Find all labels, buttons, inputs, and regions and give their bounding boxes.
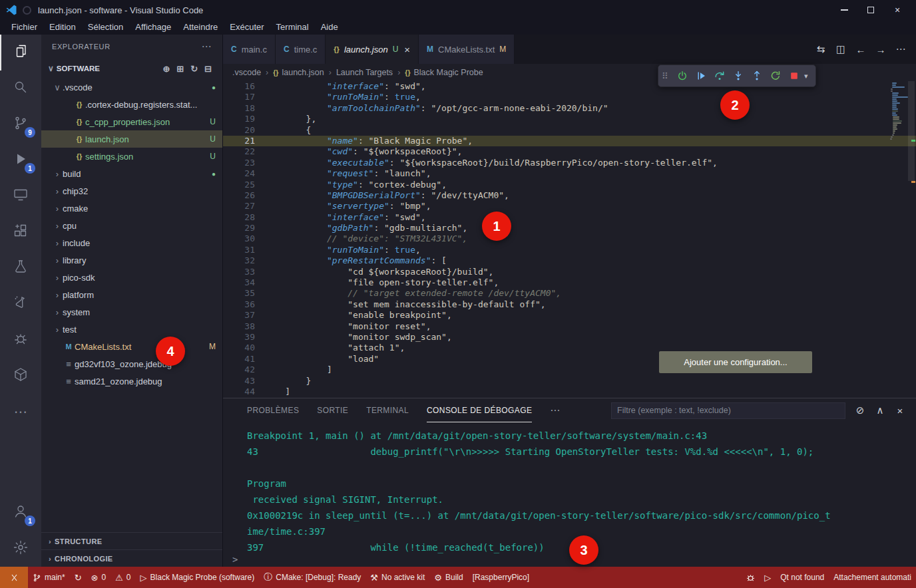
tree-item--vscode[interactable]: ∨.vscode● xyxy=(41,78,222,96)
section-timeline[interactable]: › CHRONOLOGIE xyxy=(41,549,222,567)
code-line-27[interactable]: 27 "servertype": "bmp", xyxy=(223,201,916,212)
panel-tab-console-de-d-bogage[interactable]: CONSOLE DE DÉBOGAGE xyxy=(427,398,532,422)
step-into-button[interactable] xyxy=(730,67,747,84)
tree-item-pico-sdk[interactable]: ›pico-sdk xyxy=(41,269,222,286)
code-line-28[interactable]: 28 "interface": "swd", xyxy=(223,212,916,223)
code-line-34[interactable]: 34 "file open-story-teller.elf", xyxy=(223,277,916,288)
menu-affichage[interactable]: Affichage xyxy=(129,20,177,35)
code-line-33[interactable]: 33 "cd ${workspaceRoot}/build", xyxy=(223,267,916,277)
status-debug-target[interactable]: ▷Black Magic Probe (software) xyxy=(136,567,260,588)
menu-exécuter[interactable]: Exécuter xyxy=(224,20,270,35)
minimap[interactable] xyxy=(889,82,907,140)
tree-item-build[interactable]: ›build● xyxy=(41,165,222,182)
code-line-22[interactable]: 22 "cwd": "${workspaceRoot}", xyxy=(223,146,916,157)
continue-button[interactable] xyxy=(692,67,710,84)
status-errors[interactable]: ⊗0 xyxy=(87,567,111,588)
workspace-section-header[interactable]: ∨ SOFTWARE ⊕ ⊞ ↻ ⊟ xyxy=(41,59,222,78)
tab-launch-json[interactable]: {}launch.jsonU× xyxy=(326,35,419,64)
code-line-17[interactable]: 17 "runToMain": true, xyxy=(223,92,916,102)
menu-terminal[interactable]: Terminal xyxy=(270,20,315,35)
new-file-icon[interactable]: ⊕ xyxy=(162,64,170,74)
explorer-more-icon[interactable]: ⋯ xyxy=(201,41,212,53)
panel-tab-probl-mes[interactable]: PROBLÈMES xyxy=(247,398,299,422)
menu-atteindre[interactable]: Atteindre xyxy=(177,20,224,35)
code-line-31[interactable]: 31 "runToMain": true, xyxy=(223,245,916,255)
activity-accounts[interactable]: 1 xyxy=(0,495,41,531)
menu-aide[interactable]: Aide xyxy=(315,20,344,35)
more-actions-icon[interactable]: ⋯ xyxy=(892,41,909,58)
status-auto-attach[interactable]: Attachement automati xyxy=(829,567,916,588)
close-panel-icon[interactable]: × xyxy=(892,402,908,418)
code-line-24[interactable]: 24 "request": "launch", xyxy=(223,168,916,179)
activity-more[interactable]: ⋯ xyxy=(0,394,41,430)
debug-console-filter-input[interactable] xyxy=(611,402,845,419)
code-line-38[interactable]: 38 "monitor reset", xyxy=(223,321,916,332)
activity-source-control[interactable]: 9 xyxy=(0,106,41,142)
close-button[interactable]: × xyxy=(884,0,911,20)
code-line-29[interactable]: 29 "gdbPath": "gdb-multiarch", xyxy=(223,223,916,233)
code-line-36[interactable]: 36 "set mem inaccessible-by-default off"… xyxy=(223,299,916,310)
menu-fichier[interactable]: Fichier xyxy=(5,20,43,35)
tree-item-gd32vf103-ozone-jdebug[interactable]: ≡gd32vf103_ozone.jdebug xyxy=(41,355,222,372)
activity-settings[interactable] xyxy=(0,531,41,567)
tab-main-c[interactable]: Cmain.c xyxy=(223,35,276,64)
tree-item-platform[interactable]: ›platform xyxy=(41,286,222,303)
tree-item-launch-json[interactable]: {}launch.jsonU xyxy=(41,130,222,148)
status-kit[interactable]: ⚒No active kit xyxy=(365,567,429,588)
activity-run-and-debug[interactable]: 1 xyxy=(0,142,41,178)
tree-item-system[interactable]: ›system xyxy=(41,303,222,321)
power-button[interactable] xyxy=(674,67,691,84)
status-variant[interactable]: [RaspberryPico] xyxy=(468,567,534,588)
tree-item-chip32[interactable]: ›chip32 xyxy=(41,182,222,200)
status-qt[interactable]: Qt not found xyxy=(776,567,829,588)
menu-edition[interactable]: Edition xyxy=(43,20,82,35)
tree-item-c-cpp-properties-json[interactable]: {}c_cpp_properties.jsonU xyxy=(41,113,222,130)
drag-grip-icon[interactable]: ⠿ xyxy=(662,71,672,81)
clear-console-icon[interactable]: ⊘ xyxy=(852,402,868,418)
new-folder-icon[interactable]: ⊞ xyxy=(176,64,184,74)
code-line-35[interactable]: 35 // "target extended-remote /dev/ttyAC… xyxy=(223,288,916,299)
activity-search[interactable] xyxy=(0,71,41,106)
status-git-branch[interactable]: main* xyxy=(28,567,70,588)
code-line-43[interactable]: 43 } xyxy=(223,376,916,386)
navigate-back-icon[interactable]: ← xyxy=(852,41,869,58)
panel-tab-terminal[interactable]: TERMINAL xyxy=(366,398,409,422)
refresh-icon[interactable]: ↻ xyxy=(190,64,198,74)
panel-tab-sortie[interactable]: SORTIE xyxy=(317,398,348,422)
code-line-18[interactable]: 18 "armToolchainPath": "/opt/gcc-arm-non… xyxy=(223,103,916,114)
open-changes-icon[interactable]: ⇆ xyxy=(812,41,829,58)
add-configuration-button[interactable]: Ajouter une configuration... xyxy=(659,351,812,373)
step-out-button[interactable] xyxy=(748,67,766,84)
code-line-19[interactable]: 19 }, xyxy=(223,114,916,124)
close-tab-icon[interactable]: × xyxy=(404,44,410,55)
status-debug-bug[interactable] xyxy=(742,567,760,588)
tree-item-cpu[interactable]: ›cpu xyxy=(41,217,222,234)
status-build[interactable]: ⚙Build xyxy=(429,567,467,588)
code-line-20[interactable]: 20 { xyxy=(223,125,916,136)
menu-sélection[interactable]: Sélection xyxy=(82,20,129,35)
activity-extensions[interactable] xyxy=(0,214,41,250)
code-line-44[interactable]: 44 ] xyxy=(223,386,916,397)
code-line-23[interactable]: 23 "executable": "${workspaceRoot}/build… xyxy=(223,158,916,168)
tree-item-samd21-ozone-jdebug[interactable]: ≡samd21_ozone.jdebug xyxy=(41,372,222,390)
split-editor-icon[interactable]: ◫ xyxy=(832,41,849,58)
code-line-30[interactable]: 30 // "device": "STM32L431VC", xyxy=(223,233,916,244)
status-run[interactable]: ▷ xyxy=(760,567,776,588)
code-line-39[interactable]: 39 "monitor swdp_scan", xyxy=(223,332,916,343)
section-structure[interactable]: › STRUCTURE xyxy=(41,532,222,549)
activity-package[interactable] xyxy=(0,358,41,394)
breadcrumb-item[interactable]: {}Black Magic Probe xyxy=(405,68,483,77)
collapse-all-icon[interactable]: ⊟ xyxy=(204,64,212,74)
tree-item--cortex-debug-registers-stat-[interactable]: {}.cortex-debug.registers.stat... xyxy=(41,96,222,113)
activity-flask[interactable] xyxy=(0,286,41,322)
code-line-37[interactable]: 37 "enable breakpoint", xyxy=(223,310,916,321)
maximize-button[interactable] xyxy=(857,0,884,20)
breadcrumb-item[interactable]: .vscode xyxy=(232,68,261,77)
breadcrumb-item[interactable]: Launch Targets xyxy=(336,68,393,77)
maximize-panel-icon[interactable]: ∧ xyxy=(872,402,888,418)
status-warnings[interactable]: ⚠0 xyxy=(111,567,135,588)
step-over-button[interactable] xyxy=(711,67,728,84)
stop-dropdown-icon[interactable]: ▾ xyxy=(804,72,812,80)
tab-cmakelists-txt[interactable]: MCMakeLists.txtM xyxy=(419,35,515,64)
activity-remote-explorer[interactable] xyxy=(0,178,41,214)
